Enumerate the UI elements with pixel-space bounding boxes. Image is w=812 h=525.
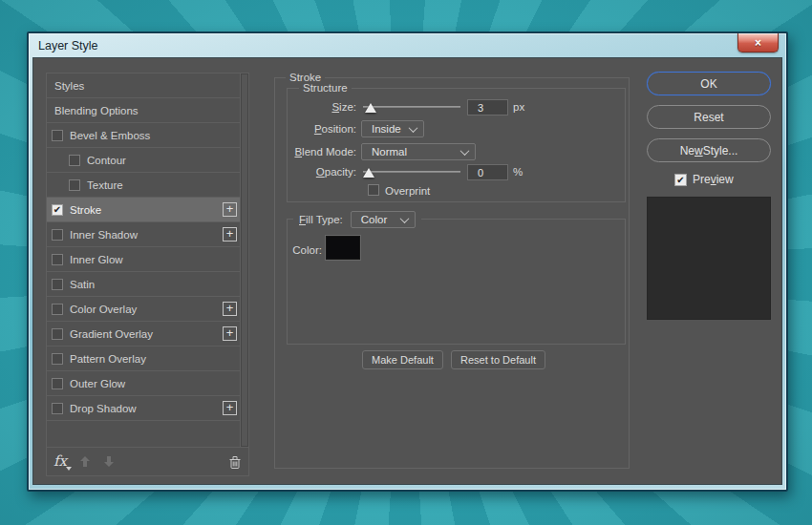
desktop-background: Layer Style × StylesBlending OptionsBeve… [0,0,812,525]
close-button[interactable]: × [737,33,779,52]
unchecked-checkbox[interactable] [52,229,63,241]
styles-list: StylesBlending OptionsBevel & EmbossCont… [46,73,241,448]
new-style-button[interactable]: New Style... [647,138,771,162]
blend-mode-dropdown[interactable]: Normal [361,143,476,160]
stroke-color-swatch[interactable] [326,236,360,260]
opacity-slider-thumb[interactable] [363,168,374,178]
sidebar-item-label: Inner Glow [70,254,240,265]
styles-list-scrollbar[interactable] [241,73,249,448]
size-slider-thumb[interactable] [365,103,376,113]
trash-icon[interactable] [228,454,242,470]
size-label: Size: [266,100,356,114]
sidebar-item-label: Pattern Overlay [70,353,240,365]
checked-checkbox[interactable]: ✔ [52,204,63,216]
move-up-icon[interactable] [79,455,91,468]
dialog-content: StylesBlending OptionsBevel & EmbossCont… [33,58,781,484]
structure-group-title: Structure [299,81,352,94]
size-unit-label: px [513,100,524,114]
sidebar-item-styles[interactable]: Styles [47,74,240,98]
overprint-label: Overprint [385,184,430,198]
unchecked-checkbox[interactable] [52,353,63,365]
check-icon: ✔ [676,175,684,185]
chevron-down-icon [409,123,418,133]
unchecked-checkbox[interactable] [52,403,63,414]
sidebar-item-outer-glow[interactable]: Outer Glow [47,371,240,396]
fx-flyout-caret-icon [66,467,72,471]
unchecked-checkbox[interactable] [52,328,63,340]
fill-type-dropdown[interactable]: Color [351,211,416,228]
unchecked-checkbox[interactable] [52,378,63,389]
preview-thumbnail [647,197,771,320]
layer-style-dialog: Layer Style × StylesBlending OptionsBeve… [27,32,788,492]
sidebar-item-label: Inner Shadow [70,229,223,241]
add-effect-instance-icon[interactable]: + [223,227,237,242]
opacity-label: Opacity: [266,165,356,178]
ok-button[interactable]: OK [647,72,771,95]
sidebar-item-drop-shadow[interactable]: Drop Shadow+ [47,396,240,421]
sidebar-item-bevel-emboss[interactable]: Bevel & Emboss [47,123,240,148]
scrollbar-thumb[interactable] [242,74,247,446]
sidebar-item-blending-options[interactable]: Blending Options [47,98,240,123]
size-input[interactable]: 3 [467,99,508,116]
window-title: Layer Style [38,39,98,52]
preview-option: ✔ Preview [674,173,734,186]
add-effect-instance-icon[interactable]: + [223,202,237,217]
sidebar-item-inner-shadow[interactable]: Inner Shadow+ [47,222,240,247]
sidebar-item-label: Stroke [70,204,223,216]
position-value: Inside [372,123,401,135]
opacity-slider-track[interactable] [363,171,460,173]
sidebar-item-label: Styles [54,80,240,92]
reset-button[interactable]: Reset [647,105,771,129]
unchecked-checkbox[interactable] [52,279,63,290]
make-default-button[interactable]: Make Default [362,350,443,369]
sidebar-item-stroke[interactable]: ✔Stroke+ [47,198,240,222]
titlebar[interactable]: Layer Style × [29,33,786,58]
styles-list-toolbar: fx [46,448,249,476]
position-dropdown[interactable]: Inside [361,120,424,137]
opacity-input[interactable]: 0 [467,164,508,180]
fill-type-label: Fill Type: [299,214,343,225]
opacity-unit-label: % [513,165,523,178]
sidebar-item-label: Outer Glow [70,378,240,389]
reset-to-default-button[interactable]: Reset to Default [451,350,545,369]
move-down-icon[interactable] [103,455,115,468]
color-label: Color: [253,243,322,257]
add-effect-instance-icon[interactable]: + [223,401,237,415]
sidebar-item-color-overlay[interactable]: Color Overlay+ [47,297,240,322]
sidebar-item-label: Drop Shadow [70,403,223,414]
chevron-down-icon [399,214,409,223]
sidebar-item-label: Texture [87,179,240,191]
blend-mode-label: Blend Mode: [266,145,356,158]
overprint-checkbox[interactable] [368,184,379,196]
fx-label: fx [53,452,67,470]
close-icon: × [755,37,761,49]
position-label: Position: [266,122,356,136]
add-effect-instance-icon[interactable]: + [223,326,237,341]
fill-type-value: Color [361,214,387,225]
sidebar-item-label: Bevel & Emboss [70,130,240,141]
unchecked-checkbox[interactable] [52,130,63,141]
sidebar-item-contour[interactable]: Contour [47,148,240,173]
fill-type-row: Fill Type: Color [293,211,421,228]
sidebar-item-gradient-overlay[interactable]: Gradient Overlay+ [47,322,240,346]
sidebar-item-label: Satin [70,279,240,290]
unchecked-checkbox[interactable] [69,179,80,191]
unchecked-checkbox[interactable] [52,304,63,315]
add-effect-instance-icon[interactable]: + [223,302,237,316]
preview-checkbox[interactable]: ✔ [674,174,687,186]
sidebar-item-satin[interactable]: Satin [47,272,240,297]
size-slider-track[interactable] [363,106,460,108]
sidebar-item-label: Gradient Overlay [70,328,223,340]
sidebar-item-pattern-overlay[interactable]: Pattern Overlay [47,346,240,371]
unchecked-checkbox[interactable] [69,155,80,166]
blend-mode-value: Normal [372,146,407,158]
sidebar-item-texture[interactable]: Texture [47,173,240,198]
fx-icon[interactable]: fx [53,454,67,469]
sidebar-item-label: Contour [87,155,240,166]
sidebar-item-label: Blending Options [54,105,240,116]
chevron-down-icon [460,146,470,156]
sidebar-item-inner-glow[interactable]: Inner Glow [47,247,240,272]
sidebar-item-label: Color Overlay [70,304,223,315]
preview-label: Preview [693,173,734,186]
unchecked-checkbox[interactable] [52,254,63,265]
